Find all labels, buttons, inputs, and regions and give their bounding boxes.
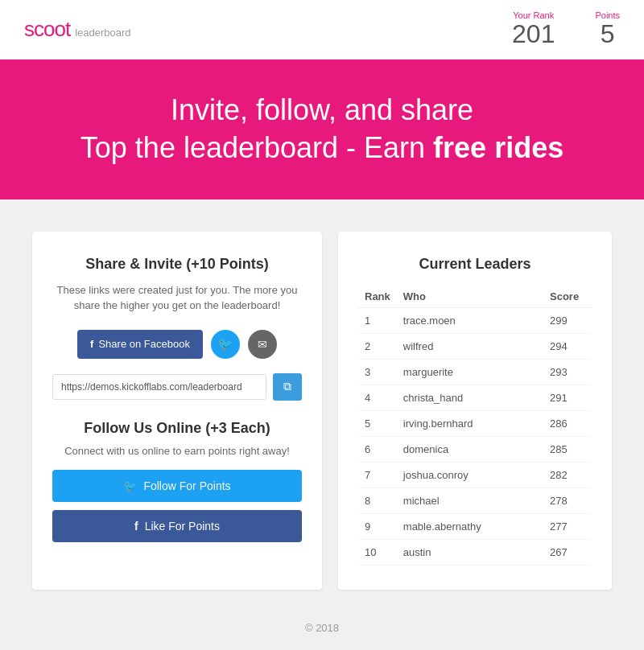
facebook-share-label: Share on Facebook: [98, 338, 189, 350]
cell-score: 282: [543, 462, 592, 488]
table-header-row: Rank Who Score: [358, 286, 592, 308]
col-header-score: Score: [543, 286, 592, 308]
col-header-who: Who: [397, 286, 543, 308]
cell-score: 267: [543, 539, 592, 565]
cell-rank: 6: [358, 436, 397, 462]
share-buttons-row: Share on Facebook 🐦 ✉: [52, 330, 302, 359]
copy-link-button[interactable]: ⧉: [273, 373, 302, 401]
table-row: 8 michael 278: [358, 488, 592, 513]
table-row: 7 joshua.conroy 282: [358, 462, 592, 488]
table-row: 6 domenica 285: [358, 436, 592, 462]
cell-rank: 1: [358, 307, 397, 333]
facebook-icon: [90, 338, 93, 350]
header: scoot leaderboard Your Rank 201 Points 5: [0, 0, 644, 60]
email-icon: ✉: [258, 338, 267, 351]
twitter-follow-button[interactable]: 🐦 Follow For Points: [52, 470, 302, 502]
rank-stat: Your Rank 201: [512, 10, 555, 48]
cell-score: 291: [543, 385, 592, 410]
cell-who: austin: [397, 539, 543, 565]
cell-rank: 7: [358, 462, 397, 488]
leaderboard-title: Current Leaders: [358, 256, 592, 273]
col-header-rank: Rank: [358, 286, 397, 308]
table-row: 9 mable.abernathy 277: [358, 513, 592, 539]
cell-who: irving.bernhard: [397, 410, 543, 436]
logo: scoot leaderboard: [24, 17, 131, 42]
table-row: 2 wilfred 294: [358, 333, 592, 359]
cell-score: 277: [543, 513, 592, 539]
hero-section: Invite, follow, and share Top the leader…: [0, 60, 644, 200]
twitter-follow-icon: 🐦: [123, 479, 137, 492]
cell-rank: 4: [358, 385, 397, 410]
leaderboard-table: Rank Who Score 1 trace.moen 299 2 wilfre…: [358, 286, 592, 566]
footer: © 2018: [0, 606, 644, 650]
points-value: 5: [595, 20, 620, 48]
follow-title: Follow Us Online (+3 Each): [52, 420, 302, 437]
cell-who: michael: [397, 488, 543, 513]
follow-desc: Connect with us online to earn points ri…: [52, 445, 302, 457]
share-card-desc: These links were created just for you. T…: [52, 282, 302, 314]
twitter-share-button[interactable]: 🐦: [211, 330, 240, 359]
cell-who: mable.abernathy: [397, 513, 543, 539]
cell-rank: 10: [358, 539, 397, 565]
logo-brand: scoot: [24, 17, 70, 42]
logo-sub: leaderboard: [75, 27, 130, 39]
facebook-like-button[interactable]: f Like For Points: [52, 510, 302, 542]
table-row: 4 christa_hand 291: [358, 385, 592, 410]
table-row: 5 irving.bernhard 286: [358, 410, 592, 436]
cell-score: 286: [543, 410, 592, 436]
cell-who: domenica: [397, 436, 543, 462]
twitter-follow-label: Follow For Points: [143, 479, 230, 492]
cell-rank: 2: [358, 333, 397, 359]
share-card-title: Share & Invite (+10 Points): [52, 256, 302, 273]
hero-line2-bold: free rides: [433, 131, 564, 164]
points-stat: Points 5: [595, 10, 620, 48]
copyright-text: © 2018: [305, 622, 339, 634]
facebook-like-icon: f: [134, 520, 138, 533]
cell-who: wilfred: [397, 333, 543, 359]
facebook-share-button[interactable]: Share on Facebook: [77, 330, 203, 359]
twitter-icon: 🐦: [217, 336, 233, 352]
email-share-button[interactable]: ✉: [248, 330, 277, 359]
table-row: 10 austin 267: [358, 539, 592, 565]
table-row: 3 marguerite 293: [358, 359, 592, 385]
cell-score: 278: [543, 488, 592, 513]
cell-score: 285: [543, 436, 592, 462]
cell-score: 294: [543, 333, 592, 359]
cell-rank: 9: [358, 513, 397, 539]
main-content: Share & Invite (+10 Points) These links …: [0, 200, 644, 606]
table-row: 1 trace.moen 299: [358, 307, 592, 333]
facebook-like-label: Like For Points: [145, 520, 220, 533]
cell-rank: 8: [358, 488, 397, 513]
cell-score: 299: [543, 307, 592, 333]
cell-rank: 3: [358, 359, 397, 385]
hero-line1: Invite, follow, and share: [171, 93, 473, 126]
copy-icon: ⧉: [283, 380, 291, 393]
link-row: ⧉: [52, 373, 302, 401]
cell-who: joshua.conroy: [397, 462, 543, 488]
rank-value: 201: [512, 20, 555, 48]
cell-who: christa_hand: [397, 385, 543, 410]
header-stats: Your Rank 201 Points 5: [512, 10, 620, 48]
hero-line2-prefix: Top the leaderboard - Earn: [80, 131, 433, 164]
cell-score: 293: [543, 359, 592, 385]
cell-rank: 5: [358, 410, 397, 436]
share-link-input[interactable]: [52, 374, 266, 400]
leaderboard-card: Current Leaders Rank Who Score 1 trace.m…: [338, 232, 612, 590]
cell-who: marguerite: [397, 359, 543, 385]
cell-who: trace.moen: [397, 307, 543, 333]
share-card: Share & Invite (+10 Points) These links …: [32, 232, 322, 590]
